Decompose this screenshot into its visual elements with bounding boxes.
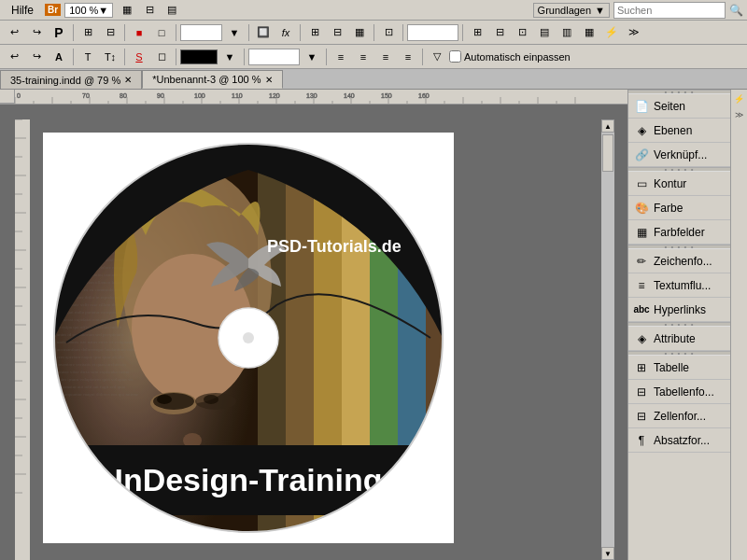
panel-textumflu-label: Textumflu...: [654, 279, 711, 292]
tool2-b[interactable]: ↪: [26, 48, 47, 66]
edge-btn-1[interactable]: ⚡: [732, 91, 747, 106]
svg-text:150: 150: [381, 92, 392, 99]
undo-btn[interactable]: ↩: [4, 23, 24, 42]
panel-item-ebenen[interactable]: ◈ Ebenen: [628, 119, 730, 143]
tool2-g[interactable]: ◻: [151, 48, 172, 66]
tool-b[interactable]: ⊟: [100, 23, 120, 42]
autofit-checkbox[interactable]: [449, 50, 461, 63]
tool-g[interactable]: ▦: [349, 23, 370, 42]
scroll-track[interactable]: [601, 133, 614, 547]
panel-verknuepf-label: Verknüpf...: [654, 148, 707, 161]
tool-f[interactable]: ⊟: [327, 23, 347, 42]
svg-text:160: 160: [418, 92, 430, 99]
panel-item-farbe[interactable]: 🎨 Farbe: [628, 196, 730, 220]
tool2-h[interactable]: ▽: [427, 48, 447, 66]
farbe-icon: 🎨: [634, 201, 649, 216]
tool2-e[interactable]: T↕: [100, 48, 120, 66]
panel-item-farbfelder[interactable]: ▦ Farbfelder: [628, 220, 730, 245]
panel-item-kontur[interactable]: ▭ Kontur: [628, 172, 730, 196]
svg-text:110: 110: [232, 92, 243, 99]
search-icon: 🔍: [729, 4, 743, 17]
redo-btn[interactable]: ↪: [26, 23, 47, 42]
tab-2[interactable]: *Unbenannt-3 @ 100 % ✕: [142, 70, 282, 89]
tabelle-icon: ⊞: [634, 360, 649, 375]
kontur-icon: ▭: [634, 176, 649, 191]
panel-ebenen-label: Ebenen: [654, 124, 692, 137]
percent-input[interactable]: 100 %: [248, 49, 300, 65]
ruler-svg: 0 70 80 90 100 110 120 130 140 150 160: [15, 90, 614, 104]
scroll-down-btn[interactable]: ▼: [601, 547, 614, 560]
panel-item-tabelle[interactable]: ⊞ Tabelle: [628, 356, 730, 380]
sep2-1: [73, 49, 74, 65]
pt-dropdown[interactable]: ▼: [224, 23, 245, 42]
search-input[interactable]: [613, 2, 726, 19]
tool2-dropdown[interactable]: ▼: [219, 48, 240, 66]
lightning-btn[interactable]: ⚡: [601, 23, 622, 42]
menu-hilfe[interactable]: Hilfe: [4, 2, 41, 19]
panel-item-absatzfor[interactable]: ¶ Absatzfor...: [628, 428, 730, 453]
workspace-arrow: ▼: [595, 5, 605, 16]
tool-h[interactable]: ⊡: [378, 23, 399, 42]
pt-input[interactable]: 0 Pt: [180, 24, 222, 41]
tab-2-close[interactable]: ✕: [265, 75, 273, 85]
stroke-btn[interactable]: ■: [129, 23, 149, 42]
canvas-area[interactable]: 0 70 80 90 100 110 120 130 140 150 160: [0, 90, 627, 560]
tool-m[interactable]: ▥: [557, 23, 577, 42]
tool-k[interactable]: ⊡: [512, 23, 532, 42]
tool2-f[interactable]: S: [129, 48, 149, 66]
panel-item-attribute[interactable]: ◈ Attribute: [628, 327, 730, 351]
panel-item-tabellenfo[interactable]: ⊟ Tabellenfo...: [628, 380, 730, 404]
tool2-d[interactable]: T: [78, 48, 98, 66]
panel-item-verknuepf[interactable]: 🔗 Verknüpf...: [628, 143, 730, 167]
align-left[interactable]: ≡: [331, 48, 351, 66]
panel-item-hyperlinks[interactable]: abc Hyperlinks: [628, 298, 730, 322]
panel-tabellenfo-label: Tabellenfo...: [654, 385, 714, 399]
panel-item-seiten[interactable]: 📄 Seiten: [628, 94, 730, 119]
panel-hyperlinks-label: Hyperlinks: [654, 303, 706, 316]
edge-btn-2[interactable]: ≫: [732, 107, 747, 122]
br-badge: Br: [45, 4, 61, 16]
scroll-thumb[interactable]: [602, 134, 613, 172]
view-btn-2[interactable]: ⊟: [139, 1, 160, 20]
P-tool[interactable]: P: [49, 23, 69, 42]
toolbar-row-2: ↩ ↪ A T T↕ S ◻ ▼ 100 % ▼ ≡ ≡ ≡ ≡ ▽ Autom…: [0, 45, 747, 69]
cd-artwork: Lorem ipsum dolor sit amet consectetur a…: [52, 142, 444, 534]
tool-i[interactable]: ⊞: [467, 23, 487, 42]
tool-o[interactable]: ≫: [624, 23, 644, 42]
workspace-dropdown[interactable]: Grundlagen ▼: [533, 3, 610, 18]
hyperlinks-icon: abc: [634, 302, 649, 317]
color-swatch[interactable]: [180, 49, 218, 64]
tool2-a[interactable]: ↩: [4, 48, 24, 66]
tool-l[interactable]: ▤: [534, 23, 555, 42]
right-edge-toolbar: ⚡ ≫: [730, 90, 747, 560]
tool-d[interactable]: fx: [275, 23, 296, 42]
scrollbar-vertical[interactable]: ▲ ▼: [601, 119, 614, 560]
tab-1-close[interactable]: ✕: [124, 75, 132, 85]
scroll-up-btn[interactable]: ▲: [601, 119, 614, 133]
svg-text:130: 130: [306, 92, 317, 99]
verknuepf-icon: 🔗: [634, 147, 649, 162]
svg-text:120: 120: [269, 92, 280, 99]
tool-c[interactable]: 🔲: [253, 23, 274, 42]
tool-e[interactable]: ⊞: [304, 23, 325, 42]
view-btn-3[interactable]: ▤: [162, 1, 182, 20]
align-right[interactable]: ≡: [375, 48, 396, 66]
tool-a[interactable]: ⊞: [78, 23, 98, 42]
align-center[interactable]: ≡: [353, 48, 374, 66]
tool2-c[interactable]: A: [49, 48, 69, 66]
tab-1[interactable]: 35-training.indd @ 79 % ✕: [0, 70, 142, 89]
tool-n[interactable]: ▦: [579, 23, 599, 42]
align-justify[interactable]: ≡: [398, 48, 418, 66]
panel-item-zeichenfo[interactable]: ✏ Zeichenfo...: [628, 249, 730, 273]
sep2-6: [422, 49, 423, 65]
panel-item-zellenfor[interactable]: ⊟ Zellenfor...: [628, 404, 730, 428]
mm-input[interactable]: 4,233 mm: [407, 24, 458, 41]
panel-item-textumflu[interactable]: ≡ Textumflu...: [628, 273, 730, 298]
tool-j[interactable]: ⊟: [489, 23, 510, 42]
zoom-control[interactable]: 100 % ▼: [64, 3, 113, 18]
stroke-btn2[interactable]: □: [151, 23, 172, 42]
sep3: [176, 24, 176, 41]
percent-dropdown[interactable]: ▼: [302, 48, 322, 66]
autofit-area: Automatisch einpassen: [449, 50, 571, 63]
view-btn-1[interactable]: ▦: [117, 1, 137, 20]
